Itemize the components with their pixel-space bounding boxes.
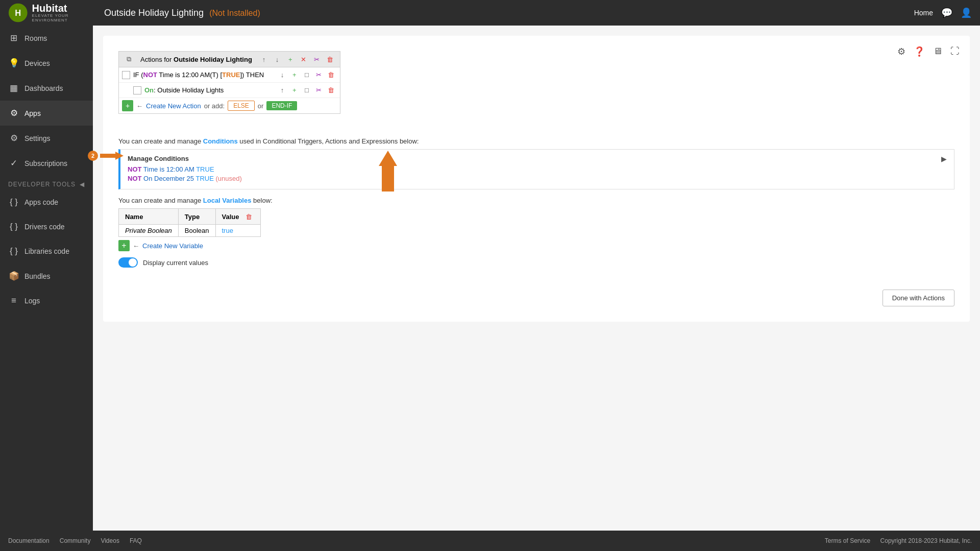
sidebar-label-apps: Apps — [24, 109, 41, 117]
logo-area: H Hubitat ELEVATE YOUR ENVIRONMENT — [8, 2, 100, 23]
sidebar-item-logs[interactable]: ≡ Logs — [0, 289, 93, 313]
home-link[interactable]: Home — [914, 9, 933, 17]
dev-tools-header: Developer tools ◀ — [0, 176, 93, 190]
apps-icon: ⚙ — [8, 108, 19, 118]
add-var-btn[interactable]: + — [118, 240, 130, 251]
fullscreen-icon-top[interactable]: ⛶ — [950, 46, 960, 57]
sidebar-item-rooms[interactable]: ⊞ Rooms — [0, 26, 93, 51]
tagline: ELEVATE YOUR ENVIRONMENT — [32, 14, 100, 23]
svg-marker-3 — [379, 151, 397, 191]
apps-code-icon: { } — [8, 197, 19, 207]
action-table-header: ⧉ Actions for Outside Holiday Lighting ↑… — [119, 52, 340, 67]
sidebar-item-apps-code[interactable]: { } Apps code — [0, 190, 93, 214]
sidebar: ⊞ Rooms 💡 Devices ▦ Dashboards ⚙ Apps ⚙ … — [0, 26, 93, 531]
top-nav-icons: Home 💬 👤 — [914, 7, 972, 18]
create-new-action-link[interactable]: Create New Action — [146, 102, 201, 110]
move-down-btn[interactable]: ↓ — [272, 54, 283, 65]
terms-of-service[interactable]: Terms of Service — [825, 537, 870, 544]
dev-tools-collapse[interactable]: ◀ — [80, 181, 85, 188]
endif-btn[interactable]: END-IF — [266, 101, 297, 110]
user-icon[interactable]: 👤 — [961, 7, 972, 18]
on-add[interactable]: + — [289, 85, 300, 96]
move-up-btn[interactable]: ↑ — [258, 54, 270, 65]
on-scissors[interactable]: ✂ — [313, 85, 325, 96]
else-btn[interactable]: ELSE — [228, 101, 255, 111]
conditions-content: Manage Conditions NOT Time is 12:00 AM T… — [128, 155, 242, 184]
footer-community[interactable]: Community — [60, 537, 91, 544]
add-action-btn[interactable]: + — [122, 100, 133, 111]
var-col-value: Value 🗑 — [215, 209, 261, 225]
sidebar-item-settings[interactable]: ⚙ Settings — [0, 126, 93, 151]
if-move-down[interactable]: ↓ — [277, 69, 288, 81]
help-icon-top[interactable]: ❓ — [914, 46, 925, 57]
local-vars-table: Name Type Value 🗑 Private Boolean Boolea… — [118, 208, 261, 237]
footer-videos[interactable]: Videos — [101, 537, 119, 544]
row-check-on — [133, 86, 141, 94]
local-vars-section-text: You can create and manage Local Variable… — [118, 197, 954, 204]
sidebar-item-bundles[interactable]: 📦 Bundles — [0, 263, 93, 289]
sidebar-label-libraries-code: Libraries code — [24, 247, 69, 255]
display-icon-top[interactable]: 🖥 — [933, 46, 942, 57]
settings-icon-top[interactable]: ⚙ — [897, 46, 905, 57]
sidebar-label-dashboards: Dashboards — [24, 84, 63, 92]
sidebar-label-drivers-code: Drivers code — [24, 223, 65, 231]
not-installed-badge: (Not Installed) — [209, 9, 260, 17]
sidebar-item-devices[interactable]: 💡 Devices — [0, 51, 93, 76]
dev-tools-label: Developer tools — [8, 181, 76, 188]
if-delete[interactable]: 🗑 — [326, 69, 337, 81]
sidebar-item-dashboards[interactable]: ▦ Dashboards — [0, 76, 93, 101]
footer-right: Terms of Service Copyright 2018-2023 Hub… — [825, 537, 972, 544]
action-row-if: IF (NOT Time is 12:00 AM(T) [TRUE]) THEN… — [119, 67, 340, 83]
var-value: true — [215, 225, 261, 237]
if-add[interactable]: + — [289, 69, 300, 81]
delete-var-header-btn[interactable]: 🗑 — [243, 211, 254, 222]
create-new-variable-link[interactable]: Create New Variable — [142, 242, 203, 250]
main-content: ⚙ ❓ 🖥 ⛶ 2 ⧉ — [93, 26, 980, 551]
conditions-expand-btn[interactable]: ▶ — [941, 155, 947, 163]
action-table-title: Actions for Outside Holiday Lighting — [136, 56, 256, 63]
hubitat-logo: H — [8, 2, 28, 23]
footer-faq[interactable]: FAQ — [130, 537, 142, 544]
sidebar-item-apps[interactable]: ⚙ Apps — [0, 101, 93, 126]
bundles-icon: 📦 — [8, 271, 19, 281]
dashboards-icon: ▦ — [8, 83, 19, 93]
logo-text: Hubitat ELEVATE YOUR ENVIRONMENT — [32, 3, 100, 23]
row-label-on: On: Outside Holiday Lights — [144, 86, 277, 94]
notification-icon[interactable]: 💬 — [941, 7, 952, 18]
annotation-arrow-up-container — [378, 151, 398, 193]
add-btn-header[interactable]: + — [285, 54, 296, 65]
condition-row-1: NOT Time is 12:00 AM TRUE — [128, 165, 242, 173]
on-move-up[interactable]: ↑ — [277, 85, 288, 96]
toggle-row: Display current values — [118, 257, 954, 268]
on-expand[interactable]: □ — [301, 85, 312, 96]
sidebar-item-drivers-code[interactable]: { } Drivers code — [0, 214, 93, 239]
sidebar-item-libraries-code[interactable]: { } Libraries code — [0, 239, 93, 263]
new-var-row: + ← Create New Variable — [118, 240, 954, 251]
svg-text:H: H — [15, 8, 21, 18]
annotation-arrow-up — [378, 151, 398, 191]
sidebar-label-logs: Logs — [24, 297, 40, 305]
svg-marker-2 — [100, 152, 124, 160]
sidebar-label-apps-code: Apps code — [24, 198, 58, 206]
scissors-btn-header[interactable]: ✂ — [311, 54, 323, 65]
if-scissors[interactable]: ✂ — [313, 69, 325, 81]
conditions-box: Manage Conditions NOT Time is 12:00 AM T… — [118, 149, 954, 189]
if-expand[interactable]: □ — [301, 69, 312, 81]
delete-btn-header[interactable]: 🗑 — [325, 54, 336, 65]
on-delete[interactable]: 🗑 — [326, 85, 337, 96]
content-card: ⚙ ❓ 🖥 ⛶ 2 ⧉ — [103, 36, 970, 322]
toggle-knob — [129, 258, 137, 267]
sidebar-item-subscriptions[interactable]: ✓ Subscriptions — [0, 151, 93, 176]
sidebar-label-bundles: Bundles — [24, 272, 51, 280]
action-table: ⧉ Actions for Outside Holiday Lighting ↑… — [118, 51, 340, 114]
libraries-code-icon: { } — [8, 246, 19, 256]
row-check-if — [122, 71, 130, 79]
footer-documentation[interactable]: Documentation — [8, 537, 50, 544]
close-btn-header[interactable]: ✕ — [298, 54, 309, 65]
done-with-actions-btn[interactable]: Done with Actions — [883, 290, 954, 306]
display-values-toggle[interactable] — [118, 257, 138, 268]
subscriptions-icon: ✓ — [8, 158, 19, 169]
annotation-badge-2: 2 — [88, 151, 98, 161]
copy-action-btn[interactable]: ⧉ — [123, 54, 134, 65]
arrow-left-icon: ← — [136, 102, 143, 110]
